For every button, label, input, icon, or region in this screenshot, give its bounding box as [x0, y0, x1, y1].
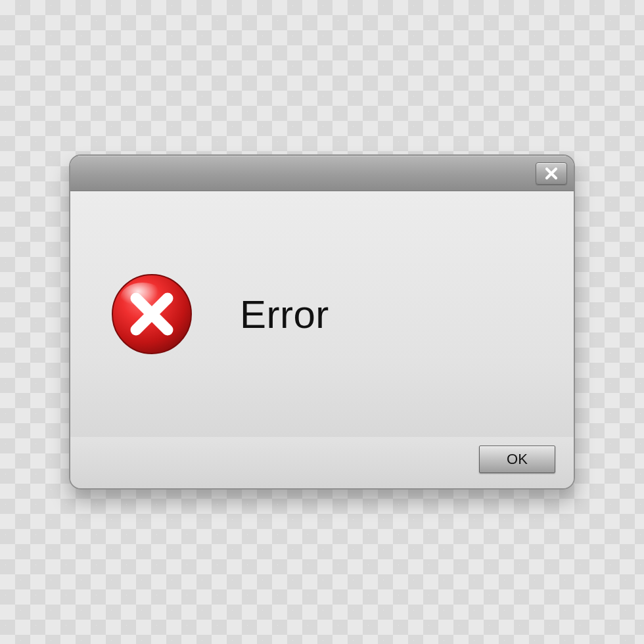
titlebar[interactable]	[70, 156, 574, 191]
ok-button-label: OK	[507, 451, 528, 468]
close-icon	[544, 166, 559, 181]
error-dialog: Error OK	[69, 154, 575, 490]
ok-button[interactable]: OK	[479, 446, 555, 473]
error-cross-icon	[110, 272, 194, 356]
close-button[interactable]	[536, 162, 567, 185]
dialog-body: Error	[70, 191, 574, 437]
error-message: Error	[240, 292, 329, 337]
dialog-footer: OK	[70, 437, 574, 488]
